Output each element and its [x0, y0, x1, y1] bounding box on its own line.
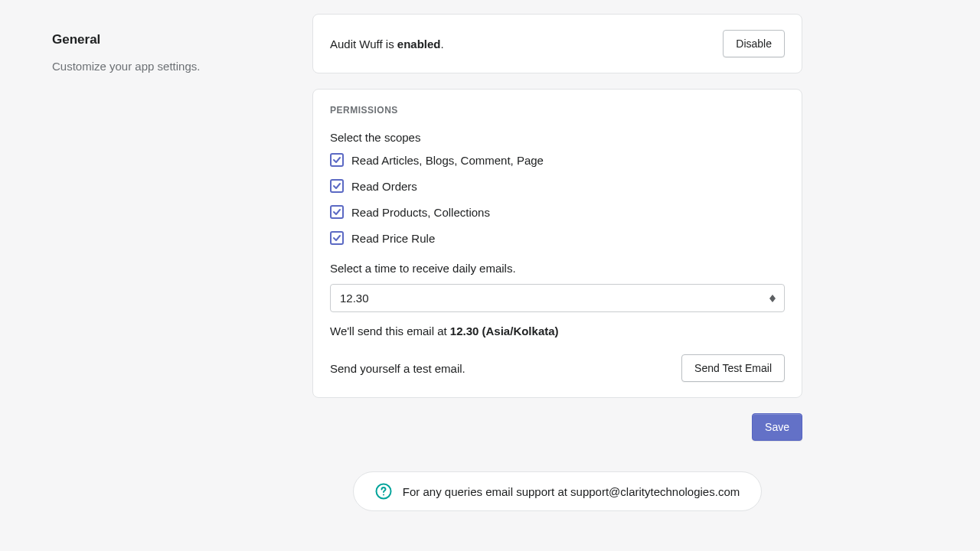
scopes-label: Select the scopes — [330, 131, 785, 144]
page-subtitle: Customize your app settings. — [52, 60, 297, 73]
permission-item: Read Articles, Blogs, Comment, Page — [330, 153, 785, 167]
test-email-text: Send yourself a test email. — [330, 362, 466, 375]
send-test-email-button[interactable]: Send Test Email — [681, 354, 785, 382]
checkbox-read-products[interactable] — [330, 205, 344, 219]
svg-point-1 — [383, 494, 384, 496]
sidebar: General Customize your app settings. — [52, 14, 297, 511]
disable-button[interactable]: Disable — [723, 30, 785, 57]
check-icon — [332, 155, 341, 165]
check-icon — [332, 207, 341, 217]
save-row: Save — [312, 413, 802, 441]
permission-item: Read Products, Collections — [330, 205, 785, 219]
time-select[interactable]: 12.30 — [330, 284, 785, 312]
permission-item: Read Price Rule — [330, 231, 785, 245]
permissions-card: PERMISSIONS Select the scopes Read Artic… — [312, 89, 802, 398]
checkbox-read-articles[interactable] — [330, 153, 344, 167]
permission-label: Read Price Rule — [351, 232, 435, 245]
check-icon — [332, 233, 341, 243]
email-schedule-info: We'll send this email at 12.30 (Asia/Kol… — [330, 324, 785, 337]
permission-label: Read Orders — [351, 180, 417, 193]
check-icon — [332, 181, 341, 191]
permission-label: Read Products, Collections — [351, 206, 490, 219]
status-text: Audit Wuff is enabled. — [330, 37, 444, 51]
help-icon — [375, 483, 392, 500]
time-select-wrapper: 12.30 — [330, 284, 785, 312]
checkbox-read-price-rule[interactable] — [330, 231, 344, 245]
status-card: Audit Wuff is enabled. Disable — [312, 14, 802, 73]
page-title: General — [52, 32, 297, 47]
save-button[interactable]: Save — [752, 413, 802, 441]
footer-support: For any queries email support at support… — [353, 471, 762, 511]
checkbox-read-orders[interactable] — [330, 179, 344, 193]
permissions-header: PERMISSIONS — [330, 105, 785, 116]
time-label: Select a time to receive daily emails. — [330, 262, 785, 275]
test-email-row: Send yourself a test email. Send Test Em… — [330, 354, 785, 382]
footer-text: For any queries email support at support… — [403, 485, 740, 498]
permission-label: Read Articles, Blogs, Comment, Page — [351, 154, 544, 167]
main-content: Audit Wuff is enabled. Disable PERMISSIO… — [312, 14, 802, 511]
permission-item: Read Orders — [330, 179, 785, 193]
